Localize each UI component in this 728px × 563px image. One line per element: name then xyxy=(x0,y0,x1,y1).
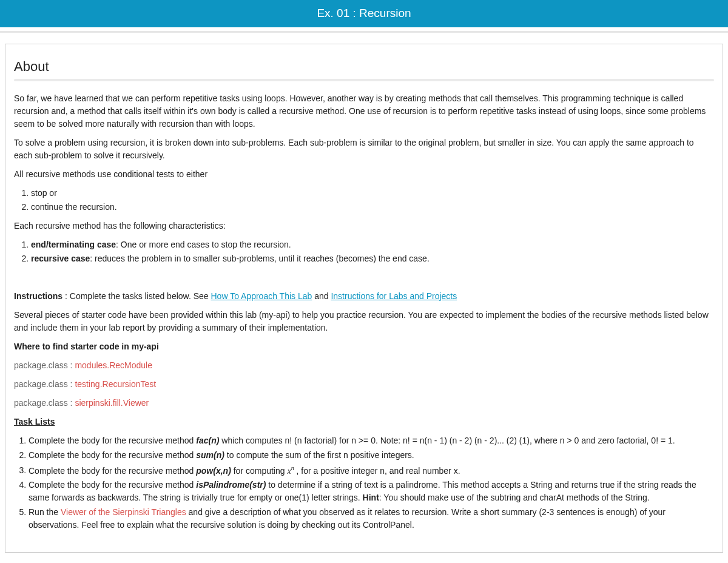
package-line-1: package.class : modules.RecModule xyxy=(14,359,714,372)
task-item-2: Complete the body for the recursive meth… xyxy=(29,449,714,462)
page-header: Ex. 01 : Recursion xyxy=(0,0,728,27)
list-item: recursive case: reduces the problem in t… xyxy=(31,252,714,265)
list-item: stop or xyxy=(31,187,714,200)
starter-code-p: Several pieces of starter code have been… xyxy=(14,309,714,334)
package-label: package.class : xyxy=(14,379,75,389)
char-desc: : One or more end cases to stop the recu… xyxy=(116,240,291,249)
task-item-1: Complete the body for the recursive meth… xyxy=(29,434,714,447)
about-p4: Each recursive method has the following … xyxy=(14,220,714,232)
content-card: About So far, we have learned that we ca… xyxy=(5,44,723,553)
instructions-prefix: : Complete the tasks listed below. See xyxy=(62,291,211,301)
about-p1: So far, we have learned that we can perf… xyxy=(14,92,714,130)
task-item-3: Complete the body for the recursive meth… xyxy=(29,464,714,477)
char-desc: : reduces the problem in to smaller sub-… xyxy=(90,254,430,263)
characteristics-list: end/terminating case: One or more end ca… xyxy=(14,238,714,265)
method-name: sum(n) xyxy=(196,450,224,460)
about-heading: About xyxy=(14,56,714,76)
char-term: end/terminating case xyxy=(31,240,116,249)
char-term: recursive case xyxy=(31,254,90,263)
about-p3: All recursive methods use conditional te… xyxy=(14,168,714,181)
instructions-label: Instructions xyxy=(14,291,62,301)
package-class: sierpinski.fill.Viewer xyxy=(75,398,149,408)
sierpinski-viewer-ref: Viewer of the Sierpinski Triangles xyxy=(61,507,186,517)
package-class: modules.RecModule xyxy=(75,360,152,370)
list-item: continue the recursion. xyxy=(31,201,714,214)
list-item: end/terminating case: One or more end ca… xyxy=(31,238,714,251)
about-p2: To solve a problem using recursion, it i… xyxy=(14,137,714,162)
package-class: testing.RecursionTest xyxy=(75,379,156,389)
method-name: pow(x,n) xyxy=(196,465,231,475)
task-list: Complete the body for the recursive meth… xyxy=(14,434,714,532)
page-title: Ex. 01 : Recursion xyxy=(317,7,411,19)
header-divider xyxy=(0,31,728,33)
package-line-3: package.class : sierpinski.fill.Viewer xyxy=(14,397,714,410)
how-to-approach-link[interactable]: How To Approach This Lab xyxy=(211,291,312,301)
about-rule xyxy=(14,79,714,81)
task-item-5: Run the Viewer of the Sierpinski Triangl… xyxy=(29,506,714,531)
method-name: isPalindrome(str) xyxy=(196,480,266,490)
task-item-4: Complete the body for the recursive meth… xyxy=(29,479,714,504)
task-lists-heading: Task Lists xyxy=(14,416,714,428)
conditional-list: stop or continue the recursion. xyxy=(14,187,714,214)
lab-instructions-link[interactable]: Instructions for Labs and Projects xyxy=(331,291,457,301)
package-line-2: package.class : testing.RecursionTest xyxy=(14,378,714,391)
instructions-line: Instructions : Complete the tasks listed… xyxy=(14,290,714,303)
instructions-mid: and xyxy=(312,291,331,301)
hint-label: Hint xyxy=(363,493,379,502)
package-label: package.class : xyxy=(14,360,75,370)
package-label: package.class : xyxy=(14,398,75,408)
where-heading: Where to find starter code in my-api xyxy=(14,340,714,353)
method-name: fac(n) xyxy=(196,436,219,445)
